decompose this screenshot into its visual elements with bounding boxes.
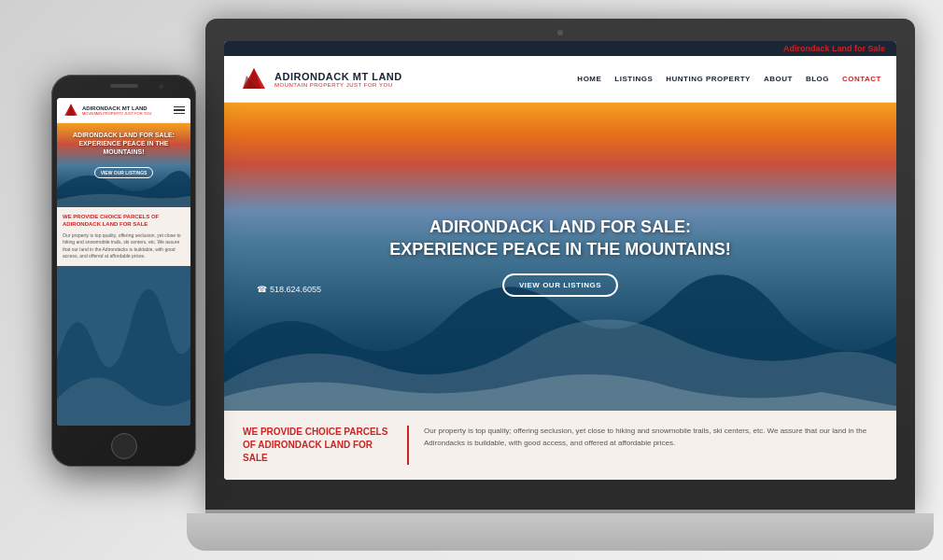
phone-number: 518.624.6055 xyxy=(270,285,321,294)
phone-logo-mountain-icon xyxy=(63,103,79,118)
phone-screen: ADIRONDACK MT LAND MOUNTAIN PROPERTY JUS… xyxy=(57,98,190,426)
hero-title-line2: EXPERIENCE PEACE IN THE MOUNTAINS! xyxy=(389,240,731,259)
laptop-body: Adirondack Land for Sale ☎ 518.624.6055 xyxy=(205,19,915,513)
content-divider xyxy=(407,426,409,465)
nav-about[interactable]: ABOUT xyxy=(764,75,793,83)
laptop-camera xyxy=(557,30,563,35)
content-body: Our property is top quality; offering se… xyxy=(424,426,878,465)
phone-logo-title: ADIRONDACK MT LAND xyxy=(82,105,151,111)
hero-title: ADIRONDACK LAND FOR SALE: EXPERIENCE PEA… xyxy=(389,217,731,260)
phone-icon: ☎ xyxy=(257,285,267,294)
laptop-base xyxy=(187,513,934,551)
phone-content: WE PROVIDE CHOICE PARCELS OF ADIRONDACK … xyxy=(57,207,190,266)
phone-bottom-landscape-image xyxy=(57,266,190,426)
nav-blog[interactable]: BLOG xyxy=(806,75,829,83)
hero-title-line1: ADIRONDACK LAND FOR SALE: xyxy=(429,217,691,236)
phone-hero-cta-button[interactable]: VIEW OUR LISTINGS xyxy=(94,167,154,178)
phone-header: ADIRONDACK MT LAND MOUNTAIN PROPERTY JUS… xyxy=(57,98,190,123)
phone-home-button[interactable] xyxy=(111,433,137,459)
phone-body: ADIRONDACK MT LAND MOUNTAIN PROPERTY JUS… xyxy=(51,75,196,467)
laptop-screen: Adirondack Land for Sale ☎ 518.624.6055 xyxy=(224,41,896,480)
phone-logo-area: ADIRONDACK MT LAND MOUNTAIN PROPERTY JUS… xyxy=(63,103,151,118)
phone-content-heading: WE PROVIDE CHOICE PARCELS OF ADIRONDACK … xyxy=(63,213,185,229)
topbar-brand-link[interactable]: Adirondack Land for Sale xyxy=(783,44,885,53)
hamburger-line-1 xyxy=(174,106,185,108)
scene: Adirondack Land for Sale ☎ 518.624.6055 xyxy=(0,0,943,560)
nav-hunting[interactable]: HUNTING PROPERTY xyxy=(666,75,751,83)
phone-logo-subtitle: MOUNTAIN PROPERTY JUST FOR YOU xyxy=(82,111,151,116)
phone-bottom-landscape-svg xyxy=(57,266,190,426)
phone-speaker xyxy=(110,84,138,88)
nav-listings[interactable]: LISTINGS xyxy=(614,75,653,83)
laptop: Adirondack Land for Sale ☎ 518.624.6055 xyxy=(205,19,915,551)
nav-home[interactable]: HOME xyxy=(577,75,601,83)
site-topbar: Adirondack Land for Sale ☎ 518.624.6055 xyxy=(224,41,896,56)
phone-hero-title: ADIRONDACK LAND FOR SALE: EXPERIENCE PEA… xyxy=(64,131,183,156)
phone-website: ADIRONDACK MT LAND MOUNTAIN PROPERTY JUS… xyxy=(57,98,190,426)
hamburger-line-2 xyxy=(174,109,185,111)
nav-contact[interactable]: CONTACT xyxy=(842,75,881,83)
phone-hero-content: ADIRONDACK LAND FOR SALE: EXPERIENCE PEA… xyxy=(57,123,190,186)
hamburger-line-3 xyxy=(174,113,185,115)
logo-subtitle: MOUNTAIN PROPERTY JUST FOR YOU xyxy=(274,82,402,88)
topbar-phone: ☎ 518.624.6055 xyxy=(257,93,401,480)
logo-title: ADIRONDACK MT LAND xyxy=(274,71,402,82)
logo-mountain-icon xyxy=(239,66,269,92)
hamburger-menu-button[interactable] xyxy=(174,106,185,115)
phone: ADIRONDACK MT LAND MOUNTAIN PROPERTY JUS… xyxy=(51,75,196,467)
hero-cta-button[interactable]: VIEW OUR LISTINGS xyxy=(502,273,618,297)
laptop-website: Adirondack Land for Sale ☎ 518.624.6055 xyxy=(224,41,896,480)
phone-content-body: Our property is top quality, offering se… xyxy=(63,232,185,260)
phone-logo-text-group: ADIRONDACK MT LAND MOUNTAIN PROPERTY JUS… xyxy=(82,105,151,116)
phone-hero: ADIRONDACK LAND FOR SALE: EXPERIENCE PEA… xyxy=(57,123,190,207)
logo-text-group: ADIRONDACK MT LAND MOUNTAIN PROPERTY JUS… xyxy=(274,71,402,88)
phone-camera-dot xyxy=(159,84,163,89)
site-nav: HOME LISTINGS HUNTING PROPERTY ABOUT BLO… xyxy=(577,75,881,83)
site-logo: ADIRONDACK MT LAND MOUNTAIN PROPERTY JUS… xyxy=(239,66,402,92)
